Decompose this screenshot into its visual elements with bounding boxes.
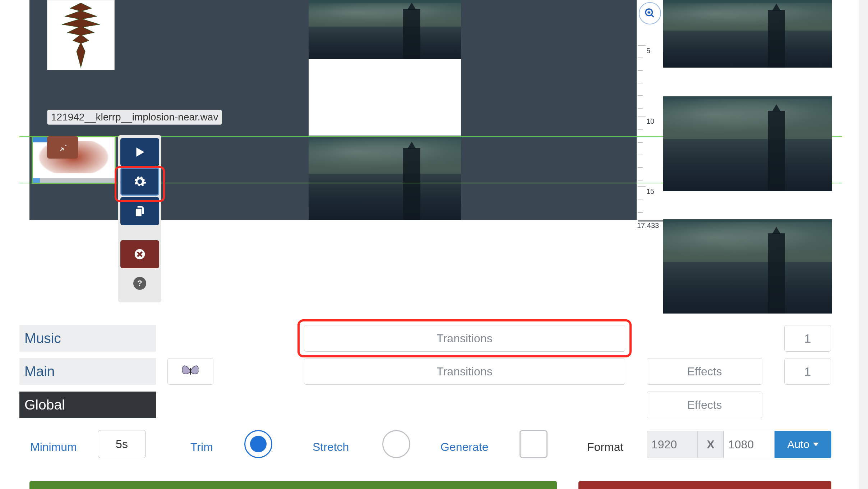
render-button[interactable] [29,481,557,489]
stretch-radio[interactable] [382,430,410,458]
copy-button[interactable] [120,197,159,225]
generate-label[interactable]: Generate [440,440,488,454]
ruler-tick-15: 15 [646,187,654,196]
clip-action-menu: ? [118,135,161,302]
frame-thumb-3[interactable] [663,219,832,314]
play-button[interactable] [120,138,159,166]
preview-panel [309,0,461,220]
stretch-label[interactable]: Stretch [313,440,349,454]
trim-label[interactable]: Trim [190,440,213,454]
frame-thumb-2[interactable] [663,96,832,191]
preview-frame-1 [309,0,461,59]
format-width-input[interactable]: 1920 [647,431,698,458]
frame-thumb-1[interactable] [663,0,832,68]
format-auto-label: Auto [787,438,809,451]
vertical-scrollbar[interactable] [859,0,868,489]
effects-main-button[interactable]: Effects [647,358,762,385]
settings-button[interactable] [120,168,159,196]
ruler-tick-end: 17.433 [637,221,659,230]
preview-blank [309,59,461,136]
count-main[interactable]: 1 [784,358,831,385]
timeline-ruler: 5 10 15 17.433 [638,0,665,230]
clip-filename-label: 121942__klerrp__implosion-near.wav [47,110,222,125]
delete-button[interactable] [120,240,159,268]
svg-point-2 [190,368,191,375]
format-height-input[interactable]: 1080 [724,431,775,458]
minimum-input[interactable]: 5s [98,430,146,458]
preview-frame-2 [309,136,461,220]
trim-radio[interactable] [244,430,272,458]
layer-thumbnail[interactable] [167,358,213,385]
layer-music[interactable]: Music [19,325,156,352]
ruler-tick-5: 5 [646,47,650,55]
help-button[interactable]: ? [133,277,146,290]
transitions-music-button[interactable]: Transitions [304,325,625,352]
generate-checkbox[interactable] [520,430,548,458]
format-auto-dropdown[interactable]: Auto [775,431,831,458]
effects-global-button[interactable]: Effects [647,392,762,418]
waveform-thumb-upper[interactable] [47,0,115,70]
minimum-label: Minimum [30,440,77,454]
cancel-render-button[interactable] [578,481,831,489]
ruler-tick-10: 10 [646,117,654,125]
layer-global[interactable]: Global [19,392,156,418]
format-label: Format [587,440,623,454]
layer-main[interactable]: Main [19,358,156,385]
format-x: X [698,431,724,458]
transitions-main-button[interactable]: Transitions [304,358,625,385]
count-music[interactable]: 1 [784,325,831,352]
pin-button[interactable] [47,136,78,159]
